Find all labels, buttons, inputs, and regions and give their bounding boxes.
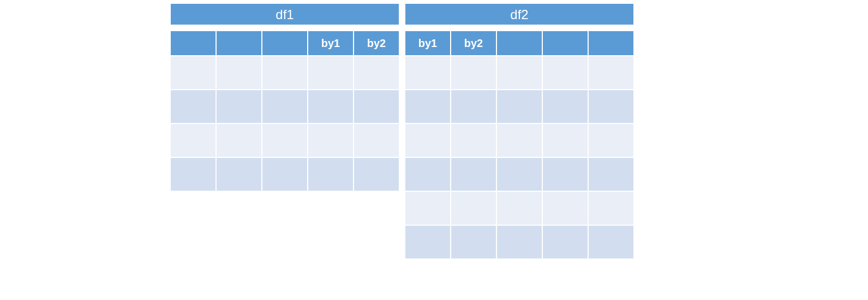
df1-body-cell <box>308 123 354 157</box>
df2-body-cell <box>588 90 634 123</box>
df1-body-cell <box>262 90 308 123</box>
df2-body-cell <box>542 191 588 225</box>
df1-body-cell <box>170 90 216 123</box>
df2-body-cell <box>451 90 496 123</box>
df1-body-cell <box>354 56 399 90</box>
df2-body-cell <box>451 157 496 191</box>
df2-body-row <box>405 123 634 157</box>
df1-body-cell <box>354 123 399 157</box>
df2-body-cell <box>542 56 588 90</box>
df1-body-cell <box>262 123 308 157</box>
df2-body-cell <box>451 225 496 259</box>
df2-body-cell <box>451 191 496 225</box>
df1-header-cell: by1 <box>308 31 354 56</box>
df2-body-row <box>405 191 634 225</box>
df2-body-cell <box>496 56 542 90</box>
df2-body-cell <box>451 56 496 90</box>
df2-body-cell <box>496 90 542 123</box>
df1-body-cell <box>308 56 354 90</box>
df1-body-cell <box>170 56 216 90</box>
df2-body-cell <box>405 191 451 225</box>
df1-body-cell <box>354 157 399 191</box>
df2-body-cell <box>542 90 588 123</box>
df2-body-row <box>405 56 634 90</box>
df1-body-row <box>170 123 399 157</box>
df1-header-cell: by2 <box>354 31 399 56</box>
df1-body-row <box>170 157 399 191</box>
diagram-canvas: df1by1by2 df2by1by2 <box>0 0 868 300</box>
df1-body-row <box>170 90 399 123</box>
df1-header-row: by1by2 <box>170 31 399 56</box>
df2-title-gap <box>405 25 634 31</box>
df2-body-cell <box>451 123 496 157</box>
df1-table: df1by1by2 <box>170 3 399 191</box>
df1-body-cell <box>170 157 216 191</box>
df2-body-cell <box>405 90 451 123</box>
df2-body-cell <box>496 123 542 157</box>
df2-body-cell <box>405 225 451 259</box>
df2-table: df2by1by2 <box>405 3 634 259</box>
df1-header-cell <box>216 31 262 56</box>
df1-body-cell <box>216 90 262 123</box>
df2-body-cell <box>405 157 451 191</box>
df1-body-cell <box>262 56 308 90</box>
df2-body-row <box>405 90 634 123</box>
df1-body-cell <box>216 157 262 191</box>
df2-body-cell <box>588 157 634 191</box>
df2-body-row <box>405 157 634 191</box>
df2-header-cell <box>496 31 542 56</box>
df2-header-row: by1by2 <box>405 31 634 56</box>
df1-title-gap <box>170 25 399 31</box>
df2-body-cell <box>542 123 588 157</box>
df2-body-row <box>405 225 634 259</box>
df1-body-cell <box>262 157 308 191</box>
df2-body-cell <box>496 157 542 191</box>
df1-title: df1 <box>170 3 399 25</box>
df1-body-cell <box>354 90 399 123</box>
df2-body-cell <box>542 157 588 191</box>
df2-body-cell <box>496 225 542 259</box>
df1-body-row <box>170 56 399 90</box>
df1-body-cell <box>216 56 262 90</box>
df1-header-cell <box>170 31 216 56</box>
df2-body-cell <box>405 123 451 157</box>
df1-body-cell <box>308 90 354 123</box>
df1-body-cell <box>170 123 216 157</box>
df2-body-cell <box>588 123 634 157</box>
df2-header-cell: by2 <box>451 31 496 56</box>
df2-body-cell <box>405 56 451 90</box>
df1-body-cell <box>216 123 262 157</box>
df2-header-cell: by1 <box>405 31 451 56</box>
df2-body-cell <box>588 56 634 90</box>
df2-body-cell <box>588 225 634 259</box>
df2-header-cell <box>588 31 634 56</box>
df2-header-cell <box>542 31 588 56</box>
df2-body-cell <box>496 191 542 225</box>
df2-body-cell <box>588 191 634 225</box>
df1-header-cell <box>262 31 308 56</box>
df2-body-cell <box>542 225 588 259</box>
df2-title: df2 <box>405 3 634 25</box>
df1-body-cell <box>308 157 354 191</box>
